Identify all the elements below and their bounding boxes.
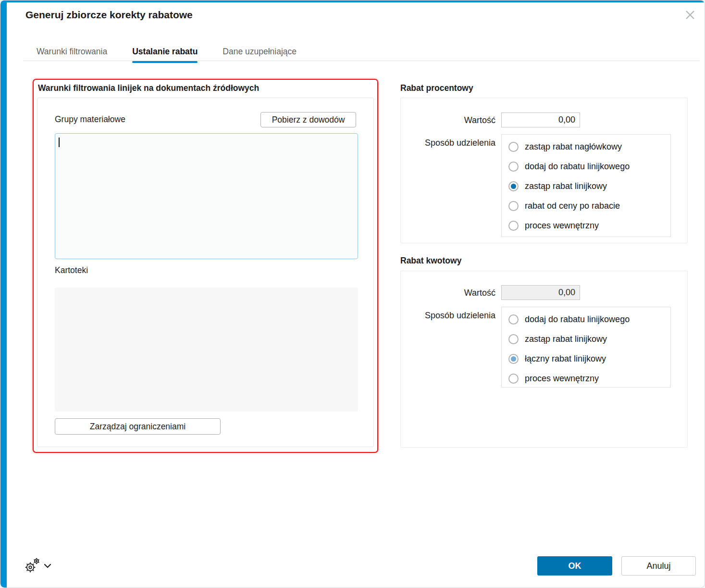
percent-method-label: Sposób udzielenia (400, 138, 495, 148)
radio-option[interactable]: zastąp rabat nagłówkowy (508, 137, 670, 157)
radio-button-icon (508, 221, 519, 231)
radio-button-icon (508, 181, 519, 191)
amount-method-label: Sposób udzielenia (400, 311, 495, 321)
radio-option[interactable]: łączny rabat linijkowy (508, 349, 670, 369)
manage-restrictions-button[interactable]: Zarządzaj ograniczeniami (55, 418, 221, 435)
radio-button-icon (508, 314, 519, 325)
window-accent-border-top (0, 0, 705, 2)
ok-button[interactable]: OK (537, 556, 612, 575)
radio-button-icon (508, 334, 519, 344)
percent-value-input[interactable] (501, 113, 580, 127)
radio-option[interactable]: dodaj do rabatu linijkowego (508, 157, 670, 176)
files-label: Kartoteki (55, 265, 88, 275)
filter-panel-title: Warunki filtrowania linijek na dokumenta… (38, 83, 259, 93)
radio-option[interactable]: zastąp rabat linijkowy (508, 329, 670, 349)
tab-bar: Warunki filtrowania Ustalanie rabatu Dan… (37, 47, 297, 61)
radio-option[interactable]: rabat od ceny po rabacie (508, 196, 670, 216)
amount-value-input (501, 285, 580, 300)
percent-value-label: Wartość (400, 115, 495, 125)
files-list-panel (55, 288, 358, 412)
radio-button-icon (508, 354, 519, 364)
text-cursor (59, 138, 60, 147)
radio-button-icon (508, 142, 519, 152)
fetch-from-documents-button[interactable]: Pobierz z dowodów (260, 112, 356, 127)
page-title: Generuj zbiorcze korekty rabatowe (25, 9, 193, 21)
radio-option[interactable]: zastąp rabat linijkowy (508, 176, 670, 196)
tabs-separator-line (23, 61, 700, 61)
settings-menu-button[interactable] (24, 554, 54, 577)
radio-button-icon (508, 374, 519, 384)
material-groups-input[interactable] (55, 133, 358, 259)
percent-discount-title: Rabat procentowy (400, 83, 473, 93)
radio-option[interactable]: proces wewnętrzny (508, 369, 670, 388)
radio-option[interactable]: proces wewnętrzny (508, 216, 670, 236)
radio-button-icon (508, 201, 519, 211)
window-accent-border-left (0, 0, 7, 588)
chevron-down-icon (44, 563, 51, 570)
material-groups-label: Grupy materiałowe (55, 114, 125, 125)
amount-method-radio-group: dodaj do rabatu linijkowego zastąp rabat… (501, 307, 671, 388)
radio-option[interactable]: dodaj do rabatu linijkowego (508, 310, 670, 329)
close-icon (684, 9, 696, 23)
amount-value-label: Wartość (400, 288, 495, 298)
percent-method-radio-group: zastąp rabat nagłówkowy dodaj do rabatu … (501, 134, 671, 237)
amount-discount-title: Rabat kwotowy (400, 256, 461, 266)
cancel-button[interactable]: Anuluj (621, 556, 696, 575)
close-button[interactable] (683, 8, 697, 23)
settings-gear-icon (24, 557, 41, 575)
dialog-window: Generuj zbiorcze korekty rabatowe Warunk… (0, 0, 705, 588)
radio-button-icon (508, 162, 519, 172)
